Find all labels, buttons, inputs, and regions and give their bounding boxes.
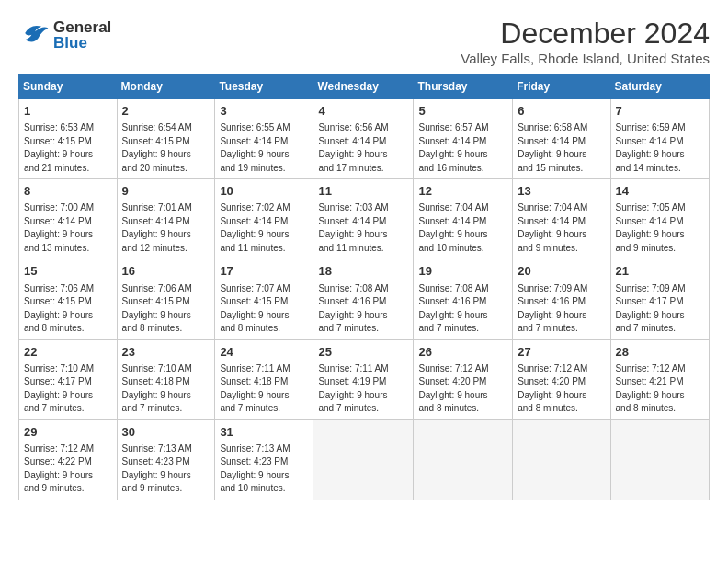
day-info: Sunrise: 7:07 AMSunset: 4:15 PMDaylight:… [220, 282, 308, 336]
day-info: Sunrise: 7:12 AMSunset: 4:21 PMDaylight:… [616, 362, 704, 416]
calendar-cell [414, 419, 513, 500]
day-number: 1 [24, 103, 112, 120]
day-info: Sunrise: 7:09 AMSunset: 4:16 PMDaylight:… [518, 282, 605, 336]
day-number: 9 [122, 183, 210, 200]
calendar-cell: 3Sunrise: 6:55 AMSunset: 4:14 PMDaylight… [215, 99, 313, 179]
day-info: Sunrise: 7:10 AMSunset: 4:18 PMDaylight:… [122, 362, 210, 416]
calendar-cell: 2Sunrise: 6:54 AMSunset: 4:15 PMDaylight… [117, 99, 215, 179]
day-number: 20 [518, 263, 605, 280]
day-number: 31 [220, 424, 308, 441]
title-area: December 2024 Valley Falls, Rhode Island… [461, 17, 710, 66]
calendar-cell: 6Sunrise: 6:58 AMSunset: 4:14 PMDaylight… [513, 99, 610, 179]
calendar-cell: 25Sunrise: 7:11 AMSunset: 4:19 PMDayligh… [313, 339, 414, 419]
calendar-cell [513, 419, 610, 500]
day-info: Sunrise: 7:12 AMSunset: 4:22 PMDaylight:… [24, 442, 112, 496]
calendar-week-4: 22Sunrise: 7:10 AMSunset: 4:17 PMDayligh… [19, 339, 710, 419]
day-number: 26 [418, 344, 507, 361]
day-number: 4 [318, 103, 408, 120]
day-number: 21 [616, 263, 704, 280]
calendar-cell: 29Sunrise: 7:12 AMSunset: 4:22 PMDayligh… [19, 419, 118, 500]
calendar-week-1: 1Sunrise: 6:53 AMSunset: 4:15 PMDaylight… [19, 99, 710, 179]
calendar-cell: 17Sunrise: 7:07 AMSunset: 4:15 PMDayligh… [215, 259, 313, 339]
day-info: Sunrise: 6:58 AMSunset: 4:14 PMDaylight:… [518, 121, 605, 175]
day-number: 30 [122, 424, 210, 441]
calendar-cell: 15Sunrise: 7:06 AMSunset: 4:15 PMDayligh… [19, 259, 118, 339]
calendar-table: SundayMondayTuesdayWednesdayThursdayFrid… [18, 74, 710, 500]
day-number: 16 [122, 263, 210, 280]
day-number: 17 [220, 263, 308, 280]
day-info: Sunrise: 6:59 AMSunset: 4:14 PMDaylight:… [616, 121, 704, 175]
calendar-cell: 19Sunrise: 7:08 AMSunset: 4:16 PMDayligh… [414, 259, 513, 339]
calendar-cell: 7Sunrise: 6:59 AMSunset: 4:14 PMDaylight… [610, 99, 709, 179]
day-number: 19 [418, 263, 507, 280]
day-info: Sunrise: 7:06 AMSunset: 4:15 PMDaylight:… [122, 282, 210, 336]
calendar-header-wednesday: Wednesday [313, 75, 414, 99]
day-info: Sunrise: 6:54 AMSunset: 4:15 PMDaylight:… [122, 121, 210, 175]
day-number: 25 [318, 344, 408, 361]
calendar-cell [610, 419, 709, 500]
day-number: 15 [24, 263, 112, 280]
calendar-cell: 20Sunrise: 7:09 AMSunset: 4:16 PMDayligh… [513, 259, 610, 339]
calendar-cell: 11Sunrise: 7:03 AMSunset: 4:14 PMDayligh… [313, 179, 414, 259]
day-info: Sunrise: 6:57 AMSunset: 4:14 PMDaylight:… [418, 121, 507, 175]
day-number: 7 [616, 103, 704, 120]
day-info: Sunrise: 6:56 AMSunset: 4:14 PMDaylight:… [318, 121, 408, 175]
day-info: Sunrise: 7:13 AMSunset: 4:23 PMDaylight:… [220, 442, 308, 496]
calendar-week-3: 15Sunrise: 7:06 AMSunset: 4:15 PMDayligh… [19, 259, 710, 339]
day-info: Sunrise: 7:02 AMSunset: 4:14 PMDaylight:… [220, 201, 308, 255]
day-info: Sunrise: 7:10 AMSunset: 4:17 PMDaylight:… [24, 362, 112, 416]
calendar-header-monday: Monday [117, 75, 215, 99]
day-number: 22 [24, 344, 112, 361]
day-number: 23 [122, 344, 210, 361]
logo: General Blue [18, 17, 111, 53]
calendar-cell: 4Sunrise: 6:56 AMSunset: 4:14 PMDaylight… [313, 99, 414, 179]
day-number: 3 [220, 103, 308, 120]
main-title: December 2024 [461, 17, 710, 51]
day-info: Sunrise: 7:04 AMSunset: 4:14 PMDaylight:… [418, 201, 507, 255]
day-number: 18 [318, 263, 408, 280]
day-info: Sunrise: 7:06 AMSunset: 4:15 PMDaylight:… [24, 282, 112, 336]
day-info: Sunrise: 7:01 AMSunset: 4:14 PMDaylight:… [122, 201, 210, 255]
calendar-cell: 9Sunrise: 7:01 AMSunset: 4:14 PMDaylight… [117, 179, 215, 259]
day-number: 10 [220, 183, 308, 200]
calendar-header-row: SundayMondayTuesdayWednesdayThursdayFrid… [19, 75, 710, 99]
day-number: 29 [24, 424, 112, 441]
day-number: 5 [418, 103, 507, 120]
logo-label: General Blue [53, 19, 111, 51]
calendar-header-tuesday: Tuesday [215, 75, 313, 99]
day-number: 11 [318, 183, 408, 200]
day-info: Sunrise: 7:12 AMSunset: 4:20 PMDaylight:… [518, 362, 605, 416]
day-info: Sunrise: 7:11 AMSunset: 4:19 PMDaylight:… [318, 362, 408, 416]
day-info: Sunrise: 7:09 AMSunset: 4:17 PMDaylight:… [616, 282, 704, 336]
day-info: Sunrise: 6:55 AMSunset: 4:14 PMDaylight:… [220, 121, 308, 175]
day-number: 6 [518, 103, 605, 120]
day-number: 8 [24, 183, 112, 200]
calendar-cell: 1Sunrise: 6:53 AMSunset: 4:15 PMDaylight… [19, 99, 118, 179]
day-info: Sunrise: 7:13 AMSunset: 4:23 PMDaylight:… [122, 442, 210, 496]
day-info: Sunrise: 7:12 AMSunset: 4:20 PMDaylight:… [418, 362, 507, 416]
day-number: 12 [418, 183, 507, 200]
calendar-header-saturday: Saturday [610, 75, 709, 99]
day-number: 24 [220, 344, 308, 361]
page: General Blue December 2024 Valley Falls,… [0, 0, 728, 510]
calendar-cell: 23Sunrise: 7:10 AMSunset: 4:18 PMDayligh… [117, 339, 215, 419]
calendar-cell: 12Sunrise: 7:04 AMSunset: 4:14 PMDayligh… [414, 179, 513, 259]
logo-icon [18, 17, 51, 53]
day-info: Sunrise: 7:04 AMSunset: 4:14 PMDaylight:… [518, 201, 605, 255]
day-info: Sunrise: 7:11 AMSunset: 4:18 PMDaylight:… [220, 362, 308, 416]
calendar-cell: 27Sunrise: 7:12 AMSunset: 4:20 PMDayligh… [513, 339, 610, 419]
calendar-cell: 28Sunrise: 7:12 AMSunset: 4:21 PMDayligh… [610, 339, 709, 419]
calendar-cell: 10Sunrise: 7:02 AMSunset: 4:14 PMDayligh… [215, 179, 313, 259]
day-info: Sunrise: 7:05 AMSunset: 4:14 PMDaylight:… [616, 201, 704, 255]
calendar-header-thursday: Thursday [414, 75, 513, 99]
calendar-cell: 24Sunrise: 7:11 AMSunset: 4:18 PMDayligh… [215, 339, 313, 419]
day-info: Sunrise: 7:08 AMSunset: 4:16 PMDaylight:… [318, 282, 408, 336]
calendar-cell: 14Sunrise: 7:05 AMSunset: 4:14 PMDayligh… [610, 179, 709, 259]
calendar-cell: 30Sunrise: 7:13 AMSunset: 4:23 PMDayligh… [117, 419, 215, 500]
calendar-cell: 13Sunrise: 7:04 AMSunset: 4:14 PMDayligh… [513, 179, 610, 259]
calendar-cell: 26Sunrise: 7:12 AMSunset: 4:20 PMDayligh… [414, 339, 513, 419]
calendar-cell: 16Sunrise: 7:06 AMSunset: 4:15 PMDayligh… [117, 259, 215, 339]
day-info: Sunrise: 7:00 AMSunset: 4:14 PMDaylight:… [24, 201, 112, 255]
header: General Blue December 2024 Valley Falls,… [18, 17, 710, 66]
calendar-cell: 8Sunrise: 7:00 AMSunset: 4:14 PMDaylight… [19, 179, 118, 259]
